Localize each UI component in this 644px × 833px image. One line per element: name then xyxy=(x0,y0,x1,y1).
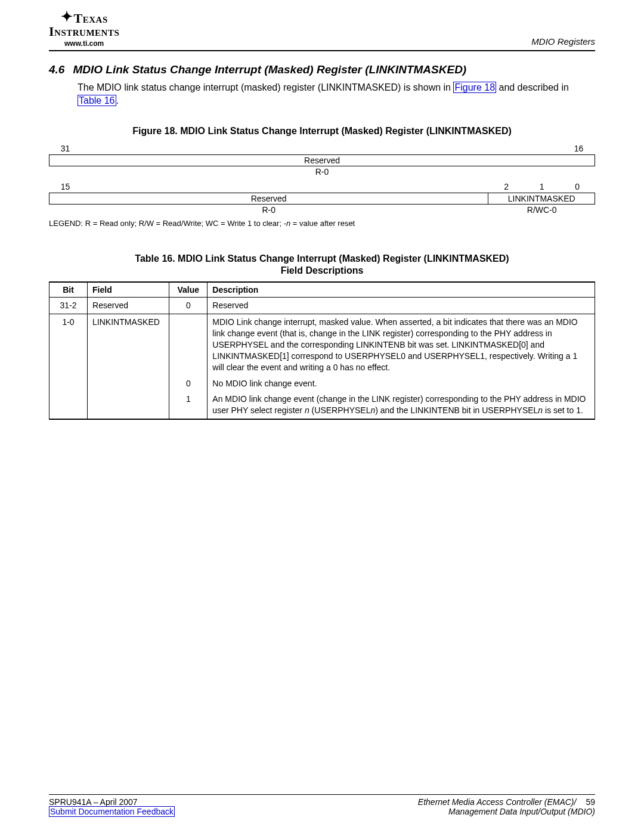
table-header-row: Bit Field Value Description xyxy=(49,282,595,298)
field-descriptions-table: Bit Field Value Description 31-2 Reserve… xyxy=(49,281,595,420)
table-row: 31-2 Reserved 0 Reserved xyxy=(49,298,595,314)
brand-url: www.ti.com xyxy=(64,39,104,48)
cell-field: Reserved xyxy=(88,298,169,314)
cell-desc: An MDIO link change event (change in the… xyxy=(208,391,595,419)
section-heading: 4.6 MDIO Link Status Change Interrupt (M… xyxy=(49,63,595,76)
bit-0: 0 xyxy=(559,181,595,193)
section-body: The MDIO link status change interrupt (m… xyxy=(78,81,595,107)
desc-text: (USERPHYSEL xyxy=(309,405,371,415)
figure-18-link[interactable]: Figure 18 xyxy=(453,82,496,93)
brand-instruments: Instruments xyxy=(49,25,119,38)
desc-n: n xyxy=(538,405,543,415)
table-title: Table 16. MDIO Link Status Change Interr… xyxy=(49,253,595,277)
bit-15: 15 xyxy=(49,181,82,193)
bit-1: 1 xyxy=(524,181,560,193)
bit-16: 16 xyxy=(562,143,595,154)
legend-post: = value after reset xyxy=(290,219,355,228)
cell-desc: MDIO Link change interrupt, masked value… xyxy=(208,314,595,376)
figure-legend: LEGEND: R = Read only; R/W = Read/Write;… xyxy=(49,219,595,228)
bit-2: 2 xyxy=(488,181,524,193)
reg-access-15-2: R-0 xyxy=(49,205,488,215)
th-value: Value xyxy=(169,282,208,298)
footer-rule xyxy=(49,794,595,795)
doc-number: SPRU941A – April 2007 xyxy=(49,797,138,807)
cell-field xyxy=(88,376,169,392)
table-row: 0 No MDIO link change event. xyxy=(49,376,595,392)
bit-31: 31 xyxy=(49,143,82,154)
header-section-label: MDIO Registers xyxy=(531,36,595,47)
cell-value: 1 xyxy=(169,391,208,419)
footer-doc-title-2: Management Data Input/Output (MDIO) xyxy=(448,807,595,816)
header-rule xyxy=(49,50,595,51)
cell-desc: Reserved xyxy=(208,298,595,314)
figure-title: Figure 18. MDIO Link Status Change Inter… xyxy=(49,126,595,137)
page-number: 59 xyxy=(586,797,595,807)
reg-reserved-31-16: Reserved xyxy=(49,154,595,166)
body-text-mid: and described in xyxy=(496,82,569,92)
cell-desc: No MDIO link change event. xyxy=(208,376,595,392)
section-title: MDIO Link Status Change Interrupt (Maske… xyxy=(73,63,466,76)
th-bit: Bit xyxy=(49,282,88,298)
cell-bit: 1-0 xyxy=(49,314,88,376)
legend-pre: LEGEND: R = Read only; R/W = Read/Write;… xyxy=(49,219,286,228)
register-diagram: 31 16 Reserved R-0 15 2 1 0 Reserved LIN… xyxy=(49,143,595,215)
th-description: Description xyxy=(208,282,595,298)
table-title-line1: Table 16. MDIO Link Status Change Interr… xyxy=(135,253,509,264)
body-text-pre: The MDIO link status change interrupt (m… xyxy=(78,82,453,92)
desc-text: is set to 1. xyxy=(543,405,583,415)
cell-field: LINKINTMASKED xyxy=(88,314,169,376)
ti-logo: ✦ Texas Instruments www.ti.com xyxy=(49,12,119,48)
cell-value: 0 xyxy=(169,376,208,392)
cell-bit: 31-2 xyxy=(49,298,88,314)
reg-access-31-16: R-0 xyxy=(49,166,595,177)
table-row: 1-0 LINKINTMASKED MDIO Link change inter… xyxy=(49,314,595,376)
cell-bit xyxy=(49,376,88,392)
cell-bit xyxy=(49,391,88,419)
brand-texas: Texas xyxy=(74,12,108,25)
reg-access-1-0: R/WC-0 xyxy=(488,205,595,215)
footer-doc-title-1: Ethernet Media Access Controller (EMAC)/ xyxy=(418,797,577,807)
submit-feedback-link[interactable]: Submit Documentation Feedback xyxy=(49,806,175,817)
reg-reserved-15-2: Reserved xyxy=(49,193,488,205)
reg-linkintmasked-1-0: LINKINTMASKED xyxy=(488,193,595,205)
desc-text: ) and the LINKINTENB bit in USERPHYSEL xyxy=(375,405,538,415)
table-16-link[interactable]: Table 16 xyxy=(78,95,116,106)
desc-n: n xyxy=(305,405,309,415)
cell-value xyxy=(169,314,208,376)
table-row: 1 An MDIO link change event (change in t… xyxy=(49,391,595,419)
cell-value: 0 xyxy=(169,298,208,314)
cell-field xyxy=(88,391,169,419)
body-text-end: . xyxy=(116,95,119,106)
page-header: ✦ Texas Instruments www.ti.com MDIO Regi… xyxy=(49,12,595,50)
table-title-line2: Field Descriptions xyxy=(281,265,364,275)
page-footer: SPRU941A – April 2007 Submit Documentati… xyxy=(49,794,595,816)
ti-chip-icon: ✦ xyxy=(61,11,73,22)
section-number: 4.6 xyxy=(49,63,64,76)
page: ✦ Texas Instruments www.ti.com MDIO Regi… xyxy=(0,0,644,833)
th-field: Field xyxy=(88,282,169,298)
